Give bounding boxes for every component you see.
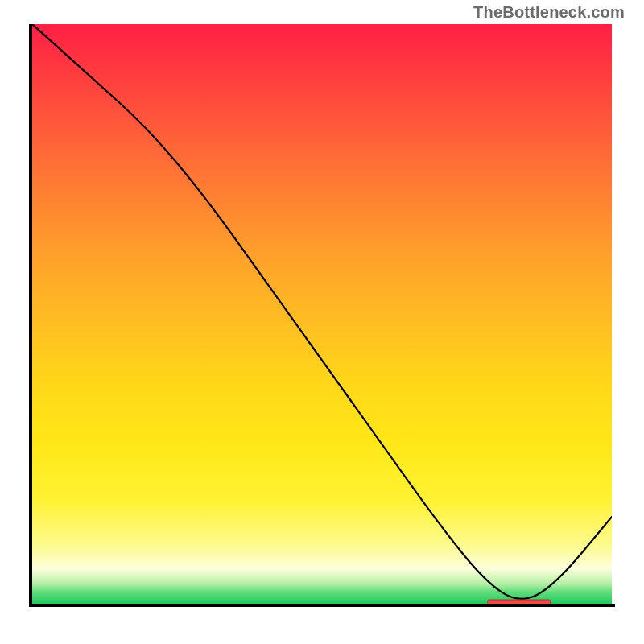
chart-container: TheBottleneck.com — [0, 0, 644, 644]
attribution-label: TheBottleneck.com — [473, 3, 625, 22]
chart-plot-area — [32, 24, 612, 604]
x-axis — [29, 604, 615, 607]
y-axis — [29, 24, 32, 607]
